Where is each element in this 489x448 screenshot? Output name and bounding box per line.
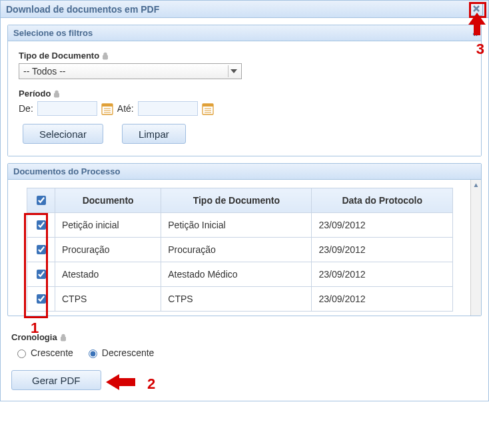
period-to-label: Até: — [117, 103, 134, 114]
radio-desc-input[interactable] — [89, 349, 97, 358]
date-from-input[interactable] — [37, 101, 97, 116]
documents-header: Documentos do Processo — [8, 164, 481, 180]
lock-icon — [60, 334, 67, 341]
cell-doc: Atestado — [55, 262, 161, 287]
documents-table-area: Documento Tipo de Documento Data do Prot… — [8, 180, 470, 316]
filters-header[interactable]: Selecione os filtros « — [8, 25, 481, 41]
svg-rect-14 — [61, 337, 65, 341]
annotation-arrow-2 — [106, 373, 143, 391]
period-row: De: Até: — [19, 101, 474, 116]
col-type: Tipo de Documento — [161, 188, 312, 213]
col-doc: Documento — [55, 188, 161, 213]
row-checkbox[interactable] — [37, 245, 46, 254]
radio-desc[interactable]: Decrescente — [85, 347, 155, 358]
cell-date: 23/09/2012 — [312, 262, 453, 287]
period-from-label: De: — [19, 103, 33, 114]
row-checkbox[interactable] — [37, 270, 46, 279]
table-row: Procuração Procuração 23/09/2012 — [27, 238, 453, 262]
svg-marker-15 — [106, 374, 135, 390]
annotation-number-2: 2 — [147, 375, 155, 393]
lock-icon — [102, 52, 109, 60]
documents-title: Documentos do Processo — [13, 166, 120, 176]
cell-type: CTPS — [161, 287, 312, 312]
clear-button[interactable]: Limpar — [122, 124, 186, 144]
chevron-down-icon — [228, 65, 239, 77]
scrollbar[interactable]: ▲ — [470, 180, 481, 316]
close-button[interactable] — [470, 3, 483, 16]
svg-rect-3 — [55, 93, 59, 97]
cell-date: 23/09/2012 — [312, 213, 453, 238]
type-label: Tipo de Documento — [19, 51, 109, 61]
close-icon — [472, 4, 480, 15]
documents-table: Documento Tipo de Documento Data do Prot… — [27, 188, 453, 312]
calendar-icon[interactable] — [202, 102, 214, 115]
table-row: CTPS CTPS 23/09/2012 — [27, 287, 453, 312]
dialog-titlebar: Download de documentos em PDF — [1, 1, 488, 18]
calendar-icon[interactable] — [101, 102, 113, 115]
table-header-row: Documento Tipo de Documento Data do Prot… — [27, 188, 453, 213]
cell-doc: Petição inicial — [55, 213, 161, 238]
collapse-icon: « — [472, 28, 476, 39]
cell-doc: CTPS — [55, 287, 161, 312]
cell-type: Petição Inicial — [161, 213, 312, 238]
documents-panel: Documentos do Processo Documento Tipo de… — [7, 163, 482, 316]
cell-type: Atestado Médico — [161, 262, 312, 287]
table-row: Petição inicial Petição Inicial 23/09/20… — [27, 213, 453, 238]
cronologia-label: Cronologia — [11, 332, 67, 342]
col-date: Data do Protocolo — [312, 188, 453, 213]
cell-type: Procuração — [161, 238, 312, 262]
scroll-up-icon: ▲ — [473, 181, 480, 188]
lock-icon — [53, 90, 60, 98]
radio-asc-input[interactable] — [17, 349, 26, 358]
filters-body: Tipo de Documento -- Todos -- Período De… — [8, 41, 481, 156]
svg-rect-10 — [203, 104, 213, 107]
download-pdf-dialog: Download de documentos em PDF 3 Selecion… — [0, 0, 489, 401]
filters-panel: Selecione os filtros « Tipo de Documento… — [7, 25, 482, 156]
svg-marker-2 — [231, 69, 237, 73]
cell-date: 23/09/2012 — [312, 287, 453, 312]
radio-asc[interactable]: Crescente — [14, 347, 73, 358]
row-checkbox[interactable] — [37, 294, 46, 304]
select-button[interactable]: Selecionar — [23, 124, 103, 144]
document-type-selected: -- Todos -- — [23, 66, 66, 77]
period-label: Período — [19, 89, 60, 99]
row-checkbox[interactable] — [37, 220, 46, 230]
svg-rect-5 — [102, 104, 113, 107]
filter-buttons: Selecionar Limpar — [23, 124, 474, 144]
cell-date: 23/09/2012 — [312, 238, 453, 262]
svg-rect-1 — [103, 55, 108, 59]
cronologia-options: Crescente Decrescente — [14, 347, 482, 358]
cell-doc: Procuração — [55, 238, 161, 262]
select-all-checkbox[interactable] — [37, 196, 46, 205]
date-to-input[interactable] — [138, 101, 198, 116]
generate-pdf-button[interactable]: Gerar PDF — [11, 370, 101, 390]
filters-title: Selecione os filtros — [13, 28, 93, 38]
document-type-select[interactable]: -- Todos -- — [19, 63, 242, 79]
cronologia-block: Cronologia Crescente Decrescente Gerar P… — [1, 323, 488, 401]
table-row: Atestado Atestado Médico 23/09/2012 — [27, 262, 453, 287]
dialog-title: Download de documentos em PDF — [6, 4, 159, 15]
